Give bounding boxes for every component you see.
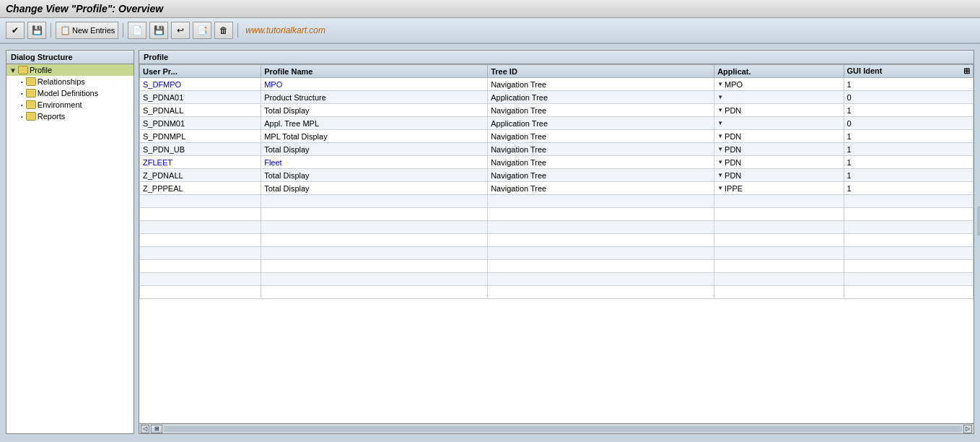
cell-tree-id: [488, 247, 714, 260]
table-row[interactable]: S_PDNM01Appl. Tree MPLApplication Tree▼0: [140, 117, 974, 130]
col-header-applicat[interactable]: Applicat.: [714, 65, 844, 78]
cell-profile-name: Total Display: [261, 143, 488, 156]
profile-table-scroll[interactable]: User Pr... Profile Name Tree ID Applicat…: [139, 64, 974, 423]
cell-user-pr: ZFLEET: [140, 156, 261, 169]
dropdown-arrow-icon[interactable]: ▼: [717, 133, 723, 139]
table-row[interactable]: Z_PPPEALTotal DisplayNavigation Tree▼IPP…: [140, 182, 974, 195]
cell-profile-name: MPL Total Display: [261, 130, 488, 143]
cell-applicat: ▼PDN: [714, 130, 844, 143]
cell-gui-ident: 1: [844, 143, 973, 156]
table-row[interactable]: [140, 221, 974, 234]
table-row[interactable]: ZFLEETFleetNavigation Tree▼PDN1: [140, 156, 974, 169]
cell-applicat: ▼PDN: [714, 143, 844, 156]
cell-user-pr: S_PDNALL: [140, 104, 261, 117]
table-row[interactable]: [140, 273, 974, 286]
table-row[interactable]: [140, 208, 974, 221]
main-content: Dialog Structure ▼ Profile • Relationshi…: [0, 44, 980, 440]
cell-applicat: [714, 221, 844, 234]
cell-user-pr: S_PDNM01: [140, 117, 261, 130]
cell-applicat: ▼PDN: [714, 104, 844, 117]
delete-icon: 🗑: [218, 25, 229, 36]
scroll-left-arrow[interactable]: ◁: [141, 425, 149, 433]
cell-profile-name: Fleet: [261, 156, 488, 169]
new-entries-button[interactable]: 📋 New Entries: [56, 22, 118, 39]
cell-tree-id: [488, 286, 714, 299]
tree-item-label-environment: Environment: [38, 100, 82, 109]
cell-tree-id: [488, 221, 714, 234]
tree-item-relationships[interactable]: • Relationships: [6, 76, 134, 87]
tree-item-model-definitions[interactable]: • Model Definitions: [6, 87, 134, 99]
col-adjust-button[interactable]: ⊞: [151, 425, 162, 433]
tree-expand-arrow: ▼: [9, 66, 17, 74]
undo-button[interactable]: ↩: [171, 22, 190, 39]
dropdown-arrow-icon[interactable]: ▼: [717, 185, 723, 191]
cell-applicat: ▼: [714, 117, 844, 130]
table-row[interactable]: [140, 234, 974, 247]
save-button[interactable]: 💾: [27, 22, 46, 39]
cell-gui-ident: [844, 195, 973, 208]
save2-button[interactable]: 💾: [149, 22, 168, 39]
col-header-tree-id[interactable]: Tree ID: [488, 65, 714, 78]
check-button[interactable]: ✔: [6, 22, 25, 39]
cell-gui-ident: 1: [844, 78, 973, 91]
table-row[interactable]: S_PDNALLTotal DisplayNavigation Tree▼PDN…: [140, 104, 974, 117]
title-text: Change View "Profile": Overview: [6, 3, 163, 14]
cell-tree-id: [488, 234, 714, 247]
save2-icon: 💾: [153, 25, 165, 36]
cell-applicat: [714, 247, 844, 260]
table-row[interactable]: S_PDN_UBTotal DisplayNavigation Tree▼PDN…: [140, 143, 974, 156]
cell-user-pr: [140, 221, 261, 234]
tree-item-reports[interactable]: • Reports: [6, 110, 134, 122]
table-row[interactable]: S_PDNA01Product StructureApplication Tre…: [140, 91, 974, 104]
tree-item-environment[interactable]: • Environment: [6, 99, 134, 110]
col-header-profile-name[interactable]: Profile Name: [261, 65, 488, 78]
tree-item-profile[interactable]: ▼ Profile: [6, 64, 134, 76]
cell-applicat: ▼MPO: [714, 78, 844, 91]
dropdown-arrow-icon[interactable]: ▼: [717, 94, 723, 100]
table-row[interactable]: [140, 260, 974, 273]
panel-resize-handle[interactable]: ⋮: [977, 207, 980, 235]
horizontal-scrollbar[interactable]: ◁ ⊞ ▷: [139, 423, 974, 433]
table-row[interactable]: S_PDNMPLMPL Total DisplayNavigation Tree…: [140, 130, 974, 143]
scroll-right-arrow[interactable]: ▷: [963, 425, 972, 433]
cell-gui-ident: [844, 208, 973, 221]
dialog-structure-title: Dialog Structure: [6, 51, 134, 64]
dropdown-arrow-icon[interactable]: ▼: [717, 81, 723, 87]
dropdown-arrow-icon[interactable]: ▼: [717, 146, 723, 152]
cell-profile-name: Appl. Tree MPL: [261, 117, 488, 130]
table-row[interactable]: S_DFMPOMPONavigation Tree▼MPO1: [140, 78, 974, 91]
table-row[interactable]: Z_PDNALLTotal DisplayNavigation Tree▼PDN…: [140, 169, 974, 182]
cell-applicat: ▼PDN: [714, 156, 844, 169]
copy-button[interactable]: 📄: [128, 22, 146, 39]
cell-tree-id: Navigation Tree: [488, 143, 714, 156]
table-row[interactable]: [140, 286, 974, 299]
dropdown-arrow-icon[interactable]: ▼: [717, 120, 723, 126]
cell-user-pr: S_PDNA01: [140, 91, 261, 104]
title-bar: Change View "Profile": Overview: [0, 0, 980, 18]
table-row[interactable]: [140, 195, 974, 208]
dropdown-arrow-icon[interactable]: ▼: [717, 172, 723, 178]
profile-panel: Profile User Pr... Profile Name Tree ID …: [139, 50, 974, 434]
delete-button[interactable]: 🗑: [214, 22, 233, 39]
copy2-button[interactable]: 📑: [193, 22, 211, 39]
cell-gui-ident: 0: [844, 91, 973, 104]
cell-tree-id: Application Tree: [488, 117, 714, 130]
dropdown-arrow-icon[interactable]: ▼: [717, 159, 723, 165]
bullet-environment: •: [21, 102, 23, 108]
table-row[interactable]: [140, 247, 974, 260]
applicat-value: PDN: [725, 145, 741, 154]
cell-gui-ident: [844, 260, 973, 273]
floppy-icon: 💾: [31, 25, 43, 36]
new-entries-label: New Entries: [72, 26, 115, 35]
tree-item-label-model-definitions: Model Definitions: [38, 89, 98, 98]
bullet-relationships: •: [21, 79, 23, 85]
cell-tree-id: Navigation Tree: [488, 156, 714, 169]
tree-item-label-reports: Reports: [38, 112, 66, 121]
col-header-user-pr[interactable]: User Pr...: [140, 65, 261, 78]
cell-user-pr: S_DFMPO: [140, 78, 261, 91]
col-header-gui-ident[interactable]: GUI Ident ⊞: [844, 65, 973, 78]
col-adjust-icon[interactable]: ⊞: [963, 66, 970, 76]
dropdown-arrow-icon[interactable]: ▼: [717, 107, 723, 113]
cell-tree-id: Application Tree: [488, 91, 714, 104]
cell-profile-name: [261, 234, 488, 247]
